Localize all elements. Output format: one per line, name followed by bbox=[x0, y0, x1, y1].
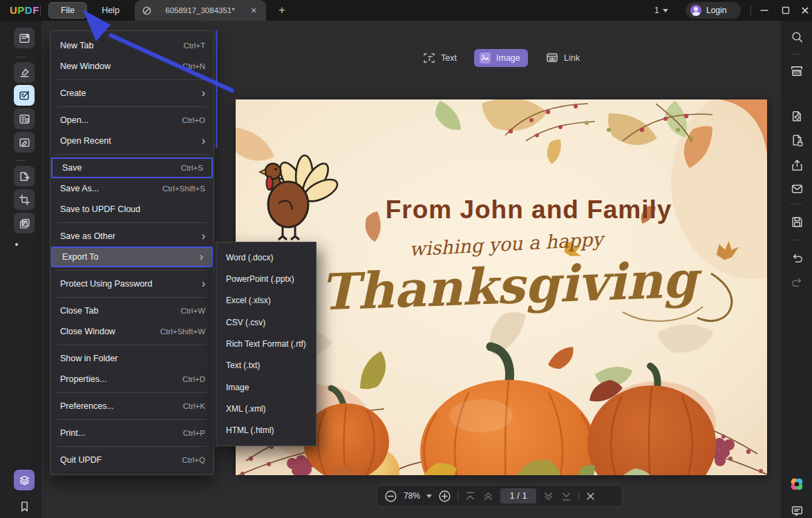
menu-item-close-tab[interactable]: Close Tab Ctrl+W bbox=[50, 300, 214, 321]
menu-item-show-in-folder[interactable]: Show in Folder bbox=[50, 348, 214, 369]
layers-button[interactable] bbox=[14, 470, 35, 490]
menu-item-print[interactable]: Print... Ctrl+P bbox=[50, 423, 214, 443]
annotate-button[interactable] bbox=[14, 62, 35, 83]
bookmark-icon bbox=[19, 501, 30, 512]
email-button[interactable] bbox=[789, 181, 804, 196]
titlebar-divider bbox=[750, 6, 751, 15]
menu-item-quit-updf[interactable]: Quit UPDF Ctrl+Q bbox=[50, 450, 214, 470]
menu-item-new-window[interactable]: New Window Ctrl+N bbox=[50, 56, 214, 77]
ocr-scan-icon: OCR bbox=[790, 64, 804, 78]
chevron-down-icon bbox=[663, 9, 668, 12]
login-button[interactable]: Login bbox=[686, 2, 741, 19]
document-tab[interactable]: 6058917_3084351* × bbox=[135, 0, 266, 21]
scroll-to-top-button[interactable] bbox=[464, 490, 476, 502]
sidebar-divider bbox=[791, 54, 802, 55]
new-tab-button[interactable]: + bbox=[274, 3, 290, 18]
submenu-item-word[interactable]: Word (.docx) bbox=[216, 247, 316, 268]
tab-title: 6058917_3084351* bbox=[152, 6, 248, 15]
submenu-item-html[interactable]: HTML (.html) bbox=[216, 420, 316, 441]
menu-item-export-to[interactable]: Export To › bbox=[51, 247, 213, 267]
scroll-to-bottom-button[interactable] bbox=[560, 490, 572, 502]
maximize-button[interactable] bbox=[777, 0, 795, 21]
submenu-item-powerpoint[interactable]: PowerPoint (.pptx) bbox=[216, 269, 316, 289]
submenu-item-xml[interactable]: XML (.xml) bbox=[216, 399, 316, 419]
chat-bubble-icon bbox=[791, 504, 804, 517]
menu-item-preferences[interactable]: Preferences... Ctrl+K bbox=[50, 396, 214, 416]
reader-mode-button[interactable] bbox=[14, 28, 35, 48]
chevron-right-icon: › bbox=[202, 233, 205, 240]
page-edit-button[interactable] bbox=[14, 132, 35, 153]
page-number-box[interactable]: 1 / 1 bbox=[500, 488, 536, 503]
protect-button[interactable] bbox=[789, 133, 804, 148]
menu-item-open[interactable]: Open... Ctrl+O bbox=[50, 110, 214, 131]
text-tool-button[interactable]: T Text bbox=[423, 49, 457, 67]
page-count-dropdown[interactable]: 1 bbox=[654, 0, 668, 21]
file-menu-panel: New Tab Ctrl+T New Window Ctrl+N Create … bbox=[50, 30, 214, 475]
menu-item-save-as-other[interactable]: Save as Other › bbox=[50, 226, 214, 247]
compress-button[interactable] bbox=[789, 108, 804, 124]
zoom-dropdown-caret-icon[interactable] bbox=[426, 495, 432, 498]
feedback-button[interactable] bbox=[789, 503, 804, 518]
menu-item-protect-using-password[interactable]: Protect Using Password › bbox=[50, 274, 214, 294]
crop-button[interactable] bbox=[14, 189, 35, 210]
search-button[interactable] bbox=[789, 29, 804, 44]
ocr-button[interactable]: OCR bbox=[789, 64, 804, 79]
submenu-item-excel[interactable]: Excel (.xlsx) bbox=[216, 290, 316, 311]
help-menu-button[interactable]: Help bbox=[95, 2, 126, 19]
undo-button[interactable] bbox=[789, 250, 804, 265]
submenu-item-image[interactable]: Image bbox=[216, 377, 316, 398]
sidebar-divider bbox=[791, 240, 802, 240]
zoom-level-value[interactable]: 78% bbox=[404, 491, 420, 501]
updf-ai-button[interactable] bbox=[789, 477, 804, 492]
previous-page-button[interactable] bbox=[482, 490, 494, 502]
text-tool-icon: T bbox=[423, 52, 435, 64]
zoom-out-button[interactable] bbox=[384, 490, 397, 503]
ocr-stamp-button[interactable] bbox=[14, 213, 35, 233]
title-bar: UPDF File Help 6058917_3084351* × + 1 Lo… bbox=[0, 0, 812, 21]
zoom-in-button[interactable] bbox=[438, 490, 451, 503]
submenu-item-rtf[interactable]: Rich Text Format (.rtf) bbox=[216, 334, 316, 354]
share-icon bbox=[791, 159, 804, 172]
menu-item-properties[interactable]: Properties... Ctrl+D bbox=[50, 369, 214, 390]
menu-item-open-recent[interactable]: Open Recent › bbox=[50, 131, 214, 151]
bookmark-button[interactable] bbox=[14, 496, 35, 517]
share-button[interactable] bbox=[789, 157, 804, 173]
menu-divider bbox=[57, 154, 207, 155]
envelope-icon bbox=[791, 182, 804, 195]
menu-divider bbox=[57, 270, 207, 271]
edit-pdf-button[interactable] bbox=[14, 85, 35, 106]
svg-text:T: T bbox=[427, 55, 433, 62]
submenu-item-csv[interactable]: CSV (.csv) bbox=[216, 312, 316, 333]
next-page-button[interactable] bbox=[542, 490, 554, 502]
menu-divider bbox=[57, 446, 207, 447]
document-lock-icon bbox=[791, 134, 804, 147]
convert-button[interactable] bbox=[14, 166, 35, 186]
menu-item-save-as[interactable]: Save As... Ctrl+Shift+S bbox=[50, 178, 214, 199]
forms-button[interactable] bbox=[14, 108, 35, 129]
image-tool-button[interactable]: Image bbox=[474, 49, 528, 67]
link-tool-icon bbox=[546, 52, 558, 64]
convert-document-icon bbox=[19, 171, 30, 182]
crop-icon bbox=[19, 194, 30, 206]
minimize-button[interactable] bbox=[755, 0, 773, 21]
file-menu-button[interactable]: File bbox=[48, 2, 87, 19]
chevron-right-icon: › bbox=[202, 90, 205, 97]
close-zoom-bar-button[interactable] bbox=[585, 491, 596, 501]
link-tool-button[interactable]: Link bbox=[546, 49, 580, 67]
window-close-button[interactable]: ✕ bbox=[796, 0, 812, 21]
save-button[interactable] bbox=[789, 214, 804, 229]
menu-item-save[interactable]: Save Ctrl+S bbox=[51, 157, 213, 178]
menu-divider bbox=[57, 79, 207, 80]
menu-item-create[interactable]: Create › bbox=[50, 83, 214, 104]
submenu-item-text[interactable]: Text (.txt) bbox=[216, 355, 316, 376]
tab-close-icon[interactable]: × bbox=[248, 5, 259, 16]
redo-button[interactable] bbox=[789, 274, 804, 289]
sidebar-divider bbox=[791, 204, 802, 204]
chevron-right-icon: › bbox=[202, 280, 205, 287]
svg-text:OCR: OCR bbox=[793, 71, 801, 75]
search-icon bbox=[791, 30, 804, 44]
menu-item-save-to-updf-cloud[interactable]: Save to UPDF Cloud bbox=[50, 199, 214, 220]
floppy-save-icon bbox=[791, 215, 804, 229]
menu-item-new-tab[interactable]: New Tab Ctrl+T bbox=[50, 35, 214, 56]
menu-item-close-window[interactable]: Close Window Ctrl+Shift+W bbox=[50, 321, 214, 342]
